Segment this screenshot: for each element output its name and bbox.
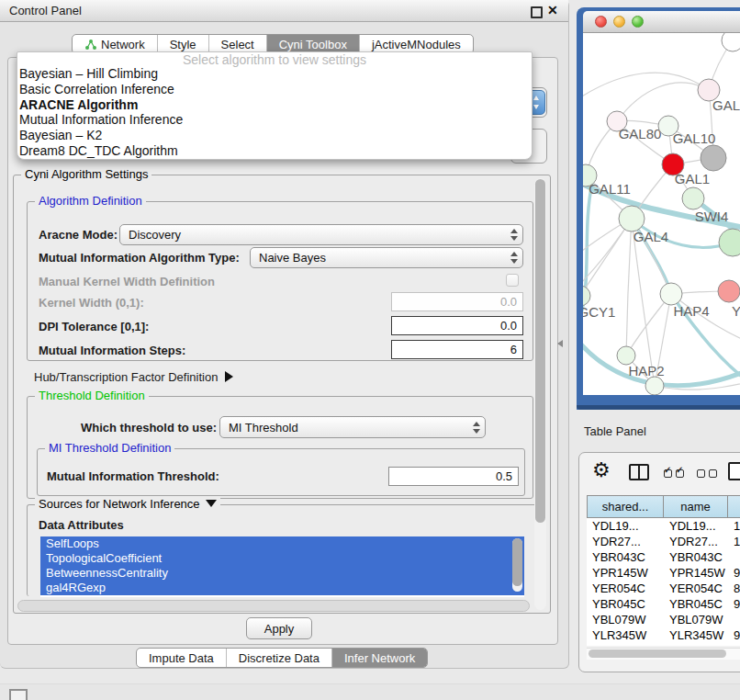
- network-node[interactable]: [719, 229, 740, 256]
- sources-group-title: Sources for Network Inference: [35, 497, 220, 511]
- attribute-item-topologicalcoefficient[interactable]: TopologicalCoefficient: [40, 551, 524, 566]
- dpi-tolerance-label: DPI Tolerance [0,1]:: [39, 320, 149, 333]
- attribute-item-betweennesscentrality[interactable]: BetweennessCentrality: [40, 566, 524, 581]
- minimized-panel-icon[interactable]: [9, 689, 28, 700]
- settings-vertical-scrollbar-thumb[interactable]: [535, 179, 545, 523]
- kernel-width-value: 0.0: [500, 295, 517, 309]
- network-node-hap2[interactable]: [617, 346, 635, 365]
- network-node-hap4[interactable]: [660, 283, 682, 305]
- table-row[interactable]: YBR045CYBR045C9.: [587, 596, 740, 612]
- control-panel-titlebar[interactable]: Control Panel ✕: [0, 0, 568, 22]
- table-horizontal-scrollbar-thumb[interactable]: [589, 649, 726, 658]
- tab-impute-data[interactable]: Impute Data: [137, 649, 226, 667]
- table-row[interactable]: YPR145WYPR145W9.: [587, 565, 740, 581]
- dropdown-item-dream8-dc-tdc-algorithm[interactable]: Dream8 DC_TDC Algorithm: [17, 143, 532, 159]
- tab-label: Style: [170, 38, 196, 51]
- attribute-item-gal4rgexp[interactable]: gal4RGexp: [40, 581, 524, 595]
- network-node[interactable]: [722, 33, 740, 51]
- dpi-tolerance-value: 0.0: [500, 319, 517, 333]
- close-icon[interactable]: ✕: [547, 3, 558, 17]
- dropdown-item-mutual-information-inference[interactable]: Mutual Information Inference: [17, 112, 532, 128]
- which-threshold-label: Which threshold to use:: [81, 421, 217, 435]
- table-cell: YDR27...: [587, 534, 664, 549]
- attributes-scrollbar[interactable]: [512, 538, 522, 592]
- mi-threshold-field[interactable]: 0.5: [388, 467, 519, 486]
- table-row[interactable]: YDL19...YDL19...13: [587, 518, 740, 534]
- network-node-gcy1[interactable]: [583, 286, 590, 306]
- apply-button[interactable]: Apply: [246, 617, 312, 639]
- tab-style[interactable]: Style: [157, 35, 208, 53]
- table-row[interactable]: YIL052CYIL052C0: [587, 643, 740, 646]
- dropdown-item-aracne-algorithm[interactable]: ARACNE Algorithm: [17, 97, 532, 113]
- network-node-y[interactable]: [718, 280, 740, 302]
- attribute-table: shared...name YDL19...YDL19...13YDR27...…: [587, 495, 740, 646]
- column-view-icon[interactable]: [629, 464, 649, 480]
- gear-icon[interactable]: ⚙: [592, 458, 611, 482]
- unchecked-pair-icon[interactable]: [697, 469, 717, 478]
- kernel-width-label: Kernel Width (0,1):: [39, 296, 144, 310]
- table-cell: YPR145W: [664, 565, 728, 581]
- mi-steps-label: Mutual Information Steps:: [39, 344, 185, 357]
- tab-select[interactable]: Select: [208, 35, 266, 53]
- tab-network[interactable]: Network: [73, 35, 157, 53]
- tab-jactivemnodules[interactable]: jActiveMNodules: [359, 35, 473, 53]
- mac-zoom-button[interactable]: [632, 16, 644, 28]
- tab-discretize-data[interactable]: Discretize Data: [226, 649, 331, 667]
- table-row[interactable]: YDR27...YDR27...12: [587, 534, 740, 549]
- control-panel-title: Control Panel: [0, 4, 82, 17]
- network-node-label: HAP4: [673, 303, 709, 319]
- collapse-down-icon[interactable]: [206, 500, 217, 507]
- mi-algorithm-type-label: Mutual Information Algorithm Type:: [39, 251, 240, 265]
- network-node-gal4[interactable]: [619, 206, 645, 231]
- kernel-width-field[interactable]: 0.0: [391, 292, 523, 311]
- settings-horizontal-scrollbar[interactable]: [17, 600, 530, 612]
- mi-steps-field[interactable]: 6: [391, 340, 523, 359]
- dpi-tolerance-field[interactable]: 0.0: [391, 316, 523, 335]
- table-horizontal-scrollbar[interactable]: [587, 648, 740, 660]
- mi-threshold-label: Mutual Information Threshold:: [47, 469, 219, 483]
- network-nodes: GALGAL80GAL10GAL1GAL11SWI4GAL4GCY1HAP4YH…: [583, 33, 740, 395]
- split-collapse-arrow[interactable]: [557, 340, 563, 347]
- stepper-icon: [510, 229, 522, 241]
- table-row[interactable]: YLR345WYLR345W9.: [587, 627, 740, 643]
- aracne-mode-combo[interactable]: Discovery: [119, 224, 523, 245]
- mi-algorithm-type-combo[interactable]: Naive Bayes: [250, 247, 523, 268]
- table-row[interactable]: YBL079WYBL079W: [587, 612, 740, 627]
- network-node[interactable]: [645, 377, 664, 395]
- settings-vertical-scrollbar[interactable]: [534, 178, 546, 610]
- checked-pair-icon[interactable]: [664, 469, 684, 478]
- which-threshold-value: MI Threshold: [229, 421, 298, 435]
- which-threshold-combo[interactable]: MI Threshold: [219, 416, 486, 438]
- network-node-swi4[interactable]: [682, 187, 704, 209]
- network-node-label: GAL: [712, 97, 740, 113]
- sources-group: Sources for Network Inference Data Attri…: [27, 504, 541, 596]
- float-icon[interactable]: [531, 6, 543, 18]
- column-header-name[interactable]: name: [664, 495, 728, 518]
- manual-kernel-checkbox[interactable]: [506, 274, 519, 287]
- table-row[interactable]: YER054CYER054C8.: [587, 581, 740, 596]
- table-cell: 9.: [728, 627, 740, 643]
- mac-minimize-button[interactable]: [613, 16, 625, 28]
- dropdown-item-bayesian-k2[interactable]: Bayesian – K2: [17, 128, 532, 143]
- column-header-col2[interactable]: [728, 495, 740, 518]
- settings-group-title: Cyni Algorithm Settings: [21, 167, 151, 181]
- algorithm-definition-title: Algorithm Definition: [35, 194, 146, 208]
- network-node[interactable]: [701, 145, 726, 171]
- network-window-titlebar[interactable]: [583, 11, 740, 33]
- hub-section-toggle[interactable]: Hub/Transcription Factor Definition: [34, 370, 233, 384]
- table-row[interactable]: YBR043CYBR043C: [587, 549, 740, 565]
- tab-infer-network[interactable]: Infer Network: [331, 649, 427, 667]
- column-header-shared[interactable]: shared...: [587, 495, 664, 518]
- attributes-scrollbar-thumb[interactable]: [512, 538, 522, 586]
- tab-cyni-toolbox[interactable]: Cyni Toolbox: [266, 35, 359, 53]
- mac-close-button[interactable]: [595, 16, 607, 28]
- table-icon[interactable]: [728, 462, 740, 480]
- dropdown-item-basic-correlation-inference[interactable]: Basic Correlation Inference: [17, 82, 532, 97]
- attr-items: SelfLoopsTopologicalCoefficientBetweenne…: [40, 536, 524, 595]
- algorithm-dropdown-popup: Select algorithm to view settings Bayesi…: [17, 51, 533, 160]
- dropdown-item-bayesian-hill-climbing[interactable]: Bayesian – Hill Climbing: [17, 66, 532, 82]
- network-canvas[interactable]: GALGAL80GAL10GAL1GAL11SWI4GAL4GCY1HAP4YH…: [583, 33, 740, 395]
- table-cell: 8.: [728, 581, 740, 596]
- attribute-item-selfloops[interactable]: SelfLoops: [40, 536, 524, 551]
- network-node-label: HAP2: [628, 363, 664, 378]
